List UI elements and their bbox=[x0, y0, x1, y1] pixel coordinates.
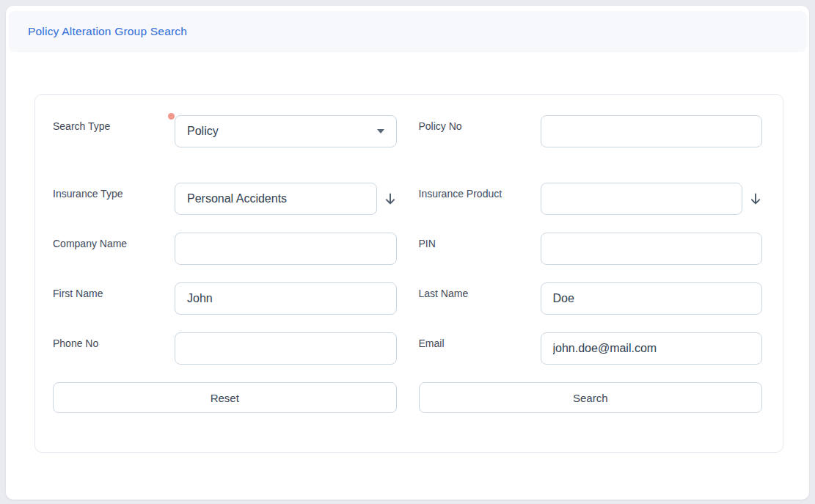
last-name-input[interactable] bbox=[541, 282, 763, 315]
chevron-down-icon bbox=[377, 129, 384, 134]
insurance-type-field: Insurance Type bbox=[53, 183, 397, 215]
search-type-select[interactable]: Policy bbox=[175, 115, 397, 147]
form-row-5: Phone No Email bbox=[53, 332, 762, 365]
search-button[interactable]: Search bbox=[419, 382, 763, 413]
search-type-label: Search Type bbox=[53, 115, 175, 147]
insurance-product-input[interactable] bbox=[541, 183, 743, 215]
company-name-input[interactable] bbox=[175, 233, 397, 265]
arrow-down-icon[interactable] bbox=[749, 191, 762, 206]
page-title: Policy Alteration Group Search bbox=[28, 25, 187, 38]
company-name-label: Company Name bbox=[53, 233, 175, 265]
email-field: Email bbox=[419, 332, 763, 365]
form-row-3: Company Name PIN bbox=[53, 233, 762, 265]
last-name-label: Last Name bbox=[419, 282, 541, 315]
form-row-2: Insurance Type Insurance Product bbox=[53, 183, 762, 215]
first-name-field: First Name bbox=[53, 282, 397, 315]
pin-input[interactable] bbox=[541, 233, 763, 265]
reset-button[interactable]: Reset bbox=[53, 382, 397, 413]
insurance-type-label: Insurance Type bbox=[53, 183, 175, 215]
insurance-product-field: Insurance Product bbox=[419, 183, 763, 215]
main-card: Policy Alteration Group Search Search Ty… bbox=[6, 6, 809, 500]
required-indicator-dot bbox=[168, 113, 175, 120]
policy-no-input[interactable] bbox=[541, 115, 763, 147]
email-input[interactable] bbox=[541, 332, 763, 365]
insurance-product-label: Insurance Product bbox=[419, 183, 541, 215]
policy-no-label: Policy No bbox=[419, 115, 541, 147]
page-header: Policy Alteration Group Search bbox=[9, 11, 807, 52]
form-row-4: First Name Last Name bbox=[53, 282, 762, 315]
form-row-1: Search Type Policy Policy No bbox=[53, 115, 762, 147]
search-form-card: Search Type Policy Policy No Insu bbox=[34, 94, 783, 453]
phone-no-field: Phone No bbox=[53, 332, 397, 365]
phone-no-input[interactable] bbox=[175, 332, 397, 365]
search-type-field: Search Type Policy bbox=[53, 115, 397, 147]
phone-no-label: Phone No bbox=[53, 332, 175, 365]
email-label: Email bbox=[419, 332, 541, 365]
policy-no-field: Policy No bbox=[419, 115, 763, 147]
first-name-label: First Name bbox=[53, 282, 175, 315]
pin-label: PIN bbox=[419, 233, 541, 265]
arrow-down-icon[interactable] bbox=[384, 191, 397, 206]
last-name-field: Last Name bbox=[419, 282, 763, 315]
search-type-value: Policy bbox=[187, 125, 371, 138]
pin-field: PIN bbox=[419, 233, 763, 265]
company-name-field: Company Name bbox=[53, 233, 397, 265]
first-name-input[interactable] bbox=[175, 282, 397, 315]
insurance-type-input[interactable] bbox=[175, 183, 377, 215]
form-actions-row: Reset Search bbox=[53, 382, 762, 413]
